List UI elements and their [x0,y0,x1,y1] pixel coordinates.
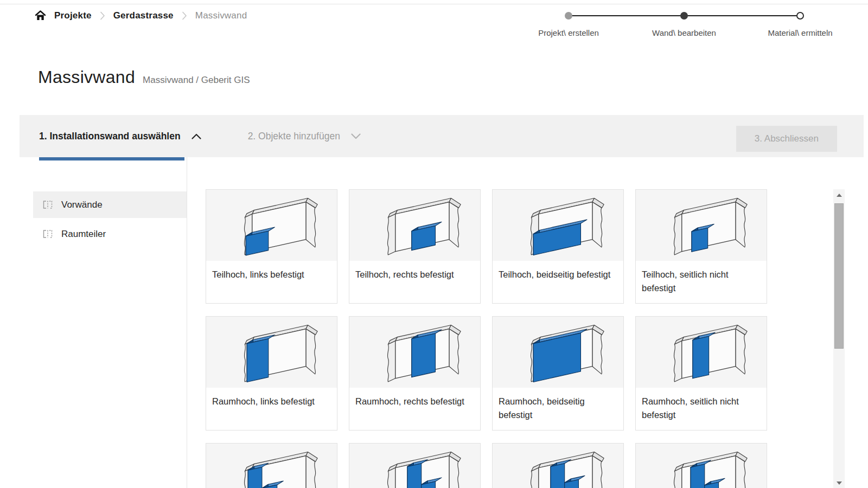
step-label-2: Wand\ bearbeiten [652,28,716,37]
chevron-right-icon [100,11,105,21]
wall-card-image [206,317,337,388]
wall-card-teil-beidseitig[interactable]: Teilhoch, beidseitig befestigt [492,189,624,304]
wall-illustration [365,446,465,488]
tab-installationswand-label: 1. Installationswand auswählen [39,131,181,142]
progress-stepper: Projekt\ erstellenWand\ bearbeitenMateri… [537,5,846,39]
wizard-panel: 1. Installationswand auswählen 2. Objekt… [20,115,864,488]
wall-illustration [365,192,465,259]
page-subtitle: Massivwand / Geberit GIS [143,75,250,86]
wall-illustration [651,192,752,259]
wall-type-grid: Teilhoch, links befestigtTeilhoch, recht… [206,189,767,488]
wall-illustration [651,319,752,386]
abschliessen-button[interactable]: 3. Abschliessen [736,126,837,152]
wall-card-l-4[interactable] [635,443,767,488]
wall-card-raum-beidseitig[interactable]: Raumhoch, beidseitig befestigt [492,316,624,431]
wall-card-l-1[interactable] [206,443,337,488]
wall-illustration [365,319,465,386]
wall-card-label: Raumhoch, links befestigt [206,388,337,408]
wall-card-image [636,190,767,261]
wall-card-image [206,190,337,261]
top-divider [0,4,868,4]
breadcrumb-item-massivwand: Massivwand [195,10,247,21]
wall-card-image [493,317,623,388]
wall-card-raum-links[interactable]: Raumhoch, links befestigt [206,316,337,431]
chevron-down-icon [351,133,361,139]
wall-card-image [636,317,767,388]
wall-card-label: Raumhoch, rechts befestigt [349,388,480,408]
wall-card-label: Raumhoch, seitlich nicht befestigt [636,388,767,422]
title-row: Massivwand Massivwand / Geberit GIS [38,67,250,87]
sidebar-item-vorwände[interactable]: Vorwände [33,191,187,218]
sidebar-item-raumteiler[interactable]: Raumteiler [33,221,187,247]
scroll-down-arrow-icon[interactable] [837,481,842,485]
wall-category-sidebar: VorwändeRaumteiler [20,157,187,488]
wall-card-label: Teilhoch, links befestigt [206,261,337,281]
wall-card-image [636,444,767,488]
step-dot-3 [796,12,804,20]
wall-illustration [508,319,609,386]
wall-card-image [349,317,480,388]
step-label-1: Projekt\ erstellen [538,28,599,37]
wall-card-image [349,190,480,261]
tab-objekte-hinzufuegen[interactable]: 2. Objekte hinzufügen [248,131,361,142]
wall-card-image [493,444,623,488]
wall-card-teil-links[interactable]: Teilhoch, links befestigt [206,189,337,304]
wall-icon [42,200,53,209]
sidebar-item-label: Raumteiler [61,229,106,240]
breadcrumb-item-projekte[interactable]: Projekte [54,10,92,21]
wall-illustration [221,319,322,386]
wall-illustration [508,192,609,259]
wall-card-l-3[interactable] [492,443,624,488]
scroll-up-arrow-icon[interactable] [837,194,842,197]
chevron-up-icon [192,133,201,139]
step-dot-1 [565,12,572,20]
wall-illustration [508,446,609,488]
wall-card-label: Teilhoch, seitlich nicht befestigt [636,261,767,295]
step-label-3: Material\ ermitteln [768,28,832,37]
chevron-right-icon [182,11,187,21]
step-dot-2 [680,12,688,20]
tab-installationswand-auswaehlen[interactable]: 1. Installationswand auswählen [39,131,201,142]
breadcrumb-item-gerdastrasse[interactable]: Gerdastrasse [113,10,174,21]
breadcrumb: ProjekteGerdastrasseMassivwand [35,8,247,23]
wall-card-label: Raumhoch, beidseitig befestigt [493,388,623,422]
tab-objekte-label: 2. Objekte hinzufügen [248,131,340,142]
wall-card-label: Teilhoch, rechts befestigt [349,261,480,281]
wall-card-teil-frei[interactable]: Teilhoch, seitlich nicht befestigt [635,189,767,304]
wall-card-image [349,444,480,488]
wall-card-raum-frei[interactable]: Raumhoch, seitlich nicht befestigt [635,316,767,431]
wall-illustration [221,446,322,488]
scrollbar-thumb[interactable] [834,203,844,349]
panel-content: VorwändeRaumteiler Teilhoch, links befes… [20,157,864,488]
wall-card-l-2[interactable] [349,443,481,488]
page-title: Massivwand [38,67,135,87]
wall-card-raum-rechts[interactable]: Raumhoch, rechts befestigt [349,316,481,431]
sidebar-item-label: Vorwände [61,200,103,210]
vertical-scrollbar[interactable] [833,189,845,488]
wall-card-image [493,190,623,261]
wall-illustration [651,446,752,488]
step-tabbar: 1. Installationswand auswählen 2. Objekt… [20,115,864,157]
home-icon[interactable] [35,10,46,21]
wall-card-label: Teilhoch, beidseitig befestigt [493,261,623,281]
wall-icon [42,229,53,239]
wall-card-teil-rechts[interactable]: Teilhoch, rechts befestigt [349,189,481,304]
active-tab-underline [39,157,184,160]
wall-card-image [206,444,337,488]
wall-illustration [221,192,322,259]
